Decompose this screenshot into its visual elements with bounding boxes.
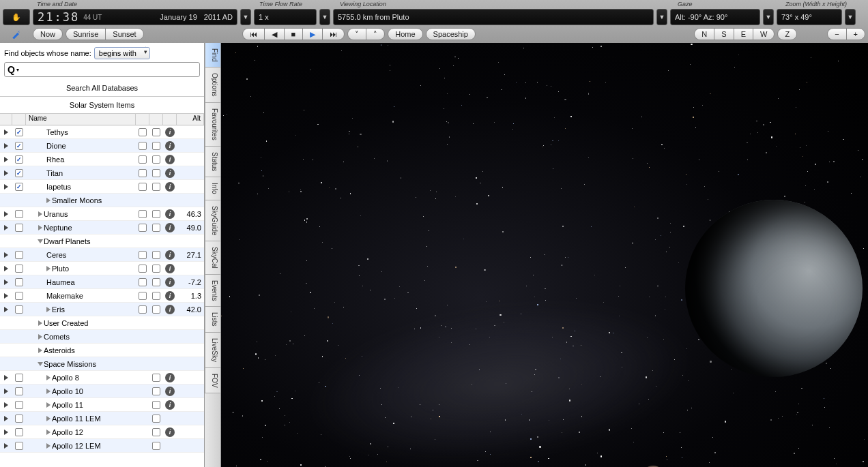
disclosure-triangle-icon[interactable] bbox=[38, 362, 43, 366]
info-icon[interactable]: i bbox=[165, 168, 175, 178]
tree-row[interactable]: Erisi42.0 bbox=[0, 303, 204, 316]
aux-checkbox-2[interactable] bbox=[152, 292, 160, 300]
gaze-field[interactable]: Alt: -90° Az: 90° bbox=[670, 9, 760, 25]
sky-viewport[interactable] bbox=[221, 43, 868, 467]
visibility-checkbox[interactable] bbox=[15, 142, 23, 150]
visibility-checkbox[interactable] bbox=[15, 387, 23, 395]
tree-row[interactable]: Apollo 11 LEM bbox=[0, 412, 204, 425]
disclosure-triangle-icon[interactable] bbox=[38, 239, 43, 243]
info-icon[interactable]: i bbox=[165, 155, 175, 164]
info-icon[interactable]: i bbox=[165, 141, 175, 151]
dir-e-button[interactable]: E bbox=[734, 28, 753, 40]
gaze-dropdown[interactable]: ▼ bbox=[763, 9, 774, 25]
disclosure-triangle-icon[interactable] bbox=[46, 375, 50, 380]
visibility-checkbox[interactable] bbox=[15, 415, 23, 423]
info-icon[interactable]: i bbox=[165, 250, 175, 260]
aux-checkbox-2[interactable] bbox=[152, 142, 160, 150]
visibility-checkbox[interactable] bbox=[15, 401, 23, 409]
info-icon[interactable]: i bbox=[165, 400, 175, 410]
tree-row[interactable]: Neptunei49.0 bbox=[0, 221, 204, 235]
aux-checkbox-2[interactable] bbox=[152, 224, 160, 232]
aux-checkbox-2[interactable] bbox=[152, 428, 160, 436]
find-mode-select[interactable]: begins with bbox=[94, 47, 150, 59]
zoom-out-button[interactable]: − bbox=[827, 28, 845, 40]
search-all-databases-link[interactable]: Search All Databases bbox=[0, 80, 204, 97]
play-icon[interactable] bbox=[4, 266, 8, 271]
search-mode-dropdown-icon[interactable]: ▾ bbox=[16, 67, 19, 73]
dir-n-button[interactable]: N bbox=[694, 28, 714, 40]
col-alt[interactable]: Alt bbox=[177, 114, 204, 125]
tab-lists[interactable]: Lists bbox=[205, 307, 220, 333]
aux-checkbox-1[interactable] bbox=[139, 265, 147, 273]
tree-row[interactable]: Apollo 12i bbox=[0, 425, 204, 439]
aux-checkbox-1[interactable] bbox=[139, 292, 147, 300]
play-icon[interactable] bbox=[4, 280, 8, 285]
disclosure-triangle-icon[interactable] bbox=[38, 320, 42, 326]
tree-row[interactable]: Apollo 12 LEM bbox=[0, 439, 204, 453]
aux-checkbox-2[interactable] bbox=[152, 155, 160, 164]
play-icon[interactable] bbox=[4, 211, 8, 217]
col-name[interactable]: Name bbox=[26, 114, 136, 125]
aux-checkbox-1[interactable] bbox=[139, 210, 147, 218]
tree-row[interactable]: Asteroids bbox=[0, 344, 204, 357]
tree-row[interactable]: Uranusi46.3 bbox=[0, 207, 204, 221]
viewing-location-dropdown[interactable]: ▼ bbox=[656, 9, 667, 25]
aux-checkbox-1[interactable] bbox=[139, 155, 147, 164]
aux-checkbox-2[interactable] bbox=[152, 265, 160, 273]
visibility-checkbox[interactable] bbox=[15, 292, 23, 300]
tab-skycal[interactable]: SkyCal bbox=[205, 241, 220, 275]
play-icon[interactable] bbox=[4, 389, 8, 394]
visibility-checkbox[interactable] bbox=[15, 183, 23, 191]
tree-row[interactable]: Ceresi27.1 bbox=[0, 248, 204, 262]
disclosure-triangle-icon[interactable] bbox=[46, 443, 50, 449]
play-icon[interactable] bbox=[4, 416, 8, 421]
aux-checkbox-1[interactable] bbox=[139, 183, 147, 191]
disclosure-triangle-icon[interactable] bbox=[38, 334, 42, 340]
dir-w-button[interactable]: W bbox=[753, 28, 775, 40]
tree-row[interactable]: Apollo 10i bbox=[0, 385, 204, 398]
aux-checkbox-1[interactable] bbox=[139, 305, 147, 314]
viewing-location-field[interactable]: 5755.0 km from Pluto bbox=[333, 9, 654, 25]
play-icon[interactable] bbox=[4, 130, 8, 135]
time-rate-field[interactable]: 1 x bbox=[254, 9, 317, 25]
tree-row[interactable]: Haumeai-7.2 bbox=[0, 275, 204, 289]
aux-checkbox-2[interactable] bbox=[152, 128, 160, 136]
sunset-button[interactable]: Sunset bbox=[105, 28, 143, 40]
visibility-checkbox[interactable] bbox=[15, 428, 23, 436]
tab-skyguide[interactable]: SkyGuide bbox=[205, 200, 220, 241]
play-icon[interactable] bbox=[4, 143, 8, 149]
play-icon[interactable] bbox=[4, 225, 8, 230]
now-button[interactable]: Now bbox=[33, 28, 63, 40]
info-icon[interactable]: i bbox=[165, 291, 175, 301]
disclosure-triangle-icon[interactable] bbox=[46, 416, 50, 421]
disclosure-triangle-icon[interactable] bbox=[38, 211, 42, 217]
aux-checkbox-1[interactable] bbox=[139, 169, 147, 177]
disclosure-triangle-icon[interactable] bbox=[46, 307, 50, 312]
aux-checkbox-1[interactable] bbox=[139, 278, 147, 286]
disclosure-triangle-icon[interactable] bbox=[46, 430, 50, 435]
play-icon[interactable] bbox=[4, 184, 8, 190]
tree-row[interactable]: Dionei bbox=[0, 139, 204, 153]
tree-row[interactable]: Tethysi bbox=[0, 125, 204, 139]
aux-checkbox-1[interactable] bbox=[139, 128, 147, 136]
aux-checkbox-1[interactable] bbox=[139, 224, 147, 232]
time-date-field[interactable]: 21:38 44 UT January 19 2011 AD bbox=[33, 9, 237, 25]
tree-row[interactable]: Dwarf Planets bbox=[0, 235, 204, 248]
tab-status[interactable]: Status bbox=[205, 147, 220, 177]
info-icon[interactable]: i bbox=[165, 427, 175, 437]
info-icon[interactable]: i bbox=[165, 305, 175, 314]
stop-button[interactable]: ■ bbox=[284, 28, 303, 40]
look-down-button[interactable]: ˅ bbox=[347, 28, 366, 40]
aux-checkbox-2[interactable] bbox=[152, 374, 160, 382]
zoom-in-button[interactable]: + bbox=[846, 28, 865, 40]
tab-options[interactable]: Options bbox=[205, 67, 220, 102]
disclosure-triangle-icon[interactable] bbox=[46, 266, 50, 271]
info-icon[interactable]: i bbox=[165, 373, 175, 382]
tab-livesky[interactable]: LiveSky bbox=[205, 333, 220, 368]
disclosure-triangle-icon[interactable] bbox=[46, 389, 50, 394]
tree-row[interactable]: User Created bbox=[0, 316, 204, 330]
tab-find[interactable]: Find bbox=[205, 43, 220, 67]
tree-row[interactable]: Smaller Moons bbox=[0, 194, 204, 207]
look-up-button[interactable]: ˄ bbox=[366, 28, 385, 40]
info-icon[interactable]: i bbox=[165, 209, 175, 219]
